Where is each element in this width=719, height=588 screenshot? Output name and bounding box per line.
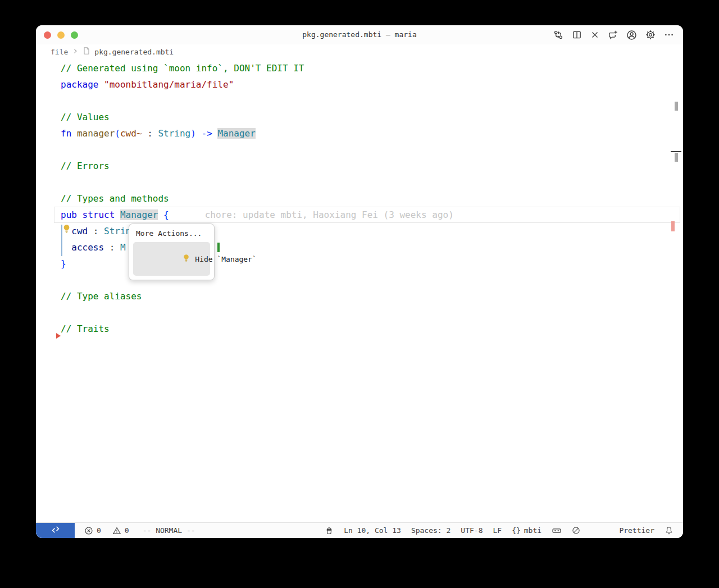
cursor-position[interactable]: Ln 10, Col 13 [344,526,401,535]
circle-slash-icon [572,509,616,538]
popup-item-label: Hide `Manager` [195,255,257,263]
lightbulb-icon[interactable] [62,224,71,234]
chat-add-icon[interactable] [608,30,618,40]
code-action-popup: More Actions... Hide `Manager` [129,224,215,280]
overview-highlight-marker [675,153,678,162]
language-mode[interactable]: {} mbti [512,526,541,535]
code-line[interactable]: // Traits [61,321,683,337]
popup-header: More Actions... [133,229,210,242]
split-editor-icon[interactable] [572,30,582,40]
popup-item-hide-manager[interactable]: Hide `Manager` [133,242,210,276]
lightbulb-icon [138,245,190,272]
vscode-window: pkg.generated.mbti — maria [36,25,683,538]
encoding-status[interactable]: UTF-8 [461,526,483,535]
more-ellipsis-icon[interactable] [664,30,674,40]
error-icon [84,526,93,535]
copilot-icon[interactable] [552,526,562,536]
git-compare-icon[interactable] [553,30,563,40]
minimize-traffic-light[interactable] [57,31,65,39]
breadcrumb-filename[interactable]: pkg.generated.mbti [94,48,174,56]
red-triangle-marker [56,333,61,339]
status-bar: 0 0 -- NORMAL -- Ln 10, Col 13 Spaces: 2 [36,522,683,538]
settings-gear-icon[interactable] [645,30,656,40]
code-line[interactable]: // Generated using `moon info`, DON'T ED… [61,60,683,76]
problems-status[interactable]: 0 0 [84,526,129,535]
editor-area[interactable]: // Generated using `moon info`, DON'T ED… [36,59,683,522]
code-line[interactable]: // Types and methods [61,190,683,207]
error-count: 0 [97,526,101,535]
bracket-green [217,243,220,252]
overview-error-marker [671,221,675,231]
overview-highlight-marker [675,102,678,111]
close-traffic-light[interactable] [44,31,51,39]
code-line[interactable]: fn manager(cwd~ : String) -> Manager [61,125,683,142]
account-icon[interactable] [626,30,637,40]
paint-bucket-icon[interactable] [325,526,334,535]
formatter-status[interactable]: Prettier [572,509,654,538]
breadcrumb: file pkg.generated.mbti [36,44,683,59]
code-line[interactable]: // Type aliases [61,288,683,304]
warning-icon [112,526,121,535]
code-line[interactable] [61,93,683,109]
breadcrumb-folder[interactable]: file [51,48,68,56]
overview-cursor-marker [671,151,681,152]
braces-icon: {} [512,526,521,535]
close-icon[interactable] [590,30,599,39]
remote-icon [51,525,60,536]
code-line[interactable] [61,174,683,190]
indentation-status[interactable]: Spaces: 2 [411,526,450,535]
warning-count: 0 [125,526,129,535]
chevron-right-icon [72,48,79,56]
formatter-label: Prettier [619,526,654,535]
vim-mode-indicator[interactable]: -- NORMAL -- [143,526,195,535]
code-line[interactable]: // Values [61,109,683,125]
zoom-traffic-light[interactable] [71,31,78,39]
code-line[interactable] [61,304,683,321]
code-line[interactable]: // Errors [61,158,683,174]
code-lines[interactable]: // Generated using `moon info`, DON'T ED… [61,60,683,337]
code-line[interactable] [61,142,683,158]
bell-icon[interactable] [665,526,674,535]
language-label: mbti [524,526,541,535]
remote-indicator[interactable] [36,523,75,539]
title-bar: pkg.generated.mbti — maria [36,25,683,44]
code-line[interactable]: pub struct Manager {chore: update mbti, … [61,207,683,223]
file-icon [83,47,90,57]
eol-status[interactable]: LF [493,526,502,535]
code-line[interactable]: package "moonbitlang/maria/file" [61,76,683,93]
